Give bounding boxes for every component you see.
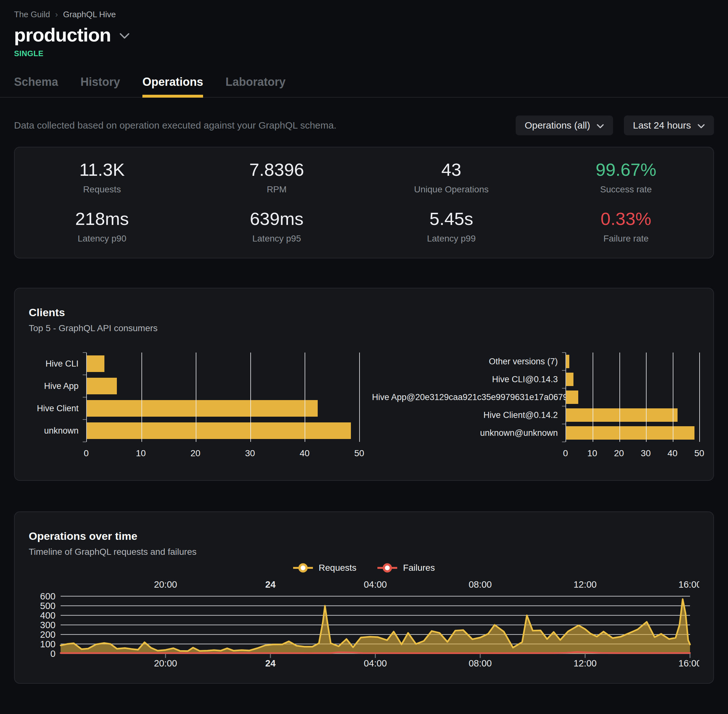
bar-category-label: Hive App xyxy=(29,381,78,391)
stat-label: RPM xyxy=(190,184,364,195)
filters: Operations (all) Last 24 hours xyxy=(516,116,714,135)
axis-tick-mark xyxy=(562,424,566,424)
axis-tick-label: 20 xyxy=(190,448,200,459)
series-area-requests xyxy=(61,599,690,654)
x-axis-tick-label-bottom: 16:00 xyxy=(678,658,699,668)
operations-filter-dropdown[interactable]: Operations (all) xyxy=(516,116,613,135)
axis-tick-label: 10 xyxy=(136,448,146,459)
axis-tick-mark xyxy=(83,441,86,442)
axis-tick-mark xyxy=(83,352,86,353)
tab-history[interactable]: History xyxy=(80,75,120,97)
stat-success-rate: 99.67% Success rate xyxy=(538,160,713,195)
bar-plot xyxy=(86,352,359,442)
stat-unique-operations: 43 Unique Operations xyxy=(364,160,538,195)
clients-card: Clients Top 5 - GraphQL API consumers Hi… xyxy=(14,288,714,481)
legend-marker-icon xyxy=(378,563,397,573)
legend-item: Failures xyxy=(378,563,435,573)
axis-tick-mark xyxy=(562,406,566,406)
legend-label: Requests xyxy=(319,563,356,573)
page-description: Data collected based on operation execut… xyxy=(14,120,337,131)
x-axis-tick-label-bottom: 04:00 xyxy=(364,658,387,668)
bar-category-label: Hive CLI@0.14.3 xyxy=(372,375,558,384)
bar-category-label: Hive Client@0.14.2 xyxy=(372,410,558,420)
breadcrumb-separator-icon: › xyxy=(55,10,58,20)
y-axis-tick-label: 200 xyxy=(40,630,56,640)
operations-over-time-card: Operations over time Timeline of GraphQL… xyxy=(14,512,714,684)
tab-schema[interactable]: Schema xyxy=(14,75,58,97)
breadcrumb-org[interactable]: The Guild xyxy=(14,10,50,20)
bar-category-label: unknown@unknown xyxy=(372,428,558,438)
chevron-down-icon[interactable] xyxy=(119,33,130,41)
axis-tick-mark xyxy=(83,419,86,420)
bar xyxy=(566,355,569,368)
grid-line-vertical xyxy=(699,352,700,442)
operations-filter-label: Operations (all) xyxy=(525,120,590,131)
date-range-dropdown[interactable]: Last 24 hours xyxy=(624,116,714,135)
clients-charts: Hive CLIHive AppHive Clientunknown010203… xyxy=(29,352,699,460)
axis-tick-mark xyxy=(562,388,566,388)
operations-timeline-chart: RequestsFailures010020030040050060020:00… xyxy=(29,563,699,670)
legend-marker-icon xyxy=(293,563,313,573)
axis-tick-mark xyxy=(562,352,566,353)
bar-plot-area: 01020304050 xyxy=(566,352,699,460)
chevron-down-icon xyxy=(697,124,705,129)
timeline-subtitle: Timeline of GraphQL requests and failure… xyxy=(29,547,699,557)
bar xyxy=(87,422,351,439)
x-axis-tick-label-top: 04:00 xyxy=(364,579,387,590)
grid-line-vertical xyxy=(305,352,305,442)
y-axis-tick-label: 500 xyxy=(40,601,56,611)
x-axis-tick-label-top: 08:00 xyxy=(469,579,492,590)
legend-label: Failures xyxy=(403,563,435,573)
target-selector[interactable]: production xyxy=(14,24,714,46)
page-header: The Guild › GraphQL Hive production SING… xyxy=(14,10,714,98)
axis-tick-label: 20 xyxy=(614,448,624,459)
grid-line-vertical xyxy=(141,352,142,442)
bar xyxy=(87,356,104,372)
y-axis-tick-label: 0 xyxy=(50,649,56,659)
bar-plot-area: 01020304050 xyxy=(86,352,359,460)
grid-line-vertical xyxy=(646,352,647,442)
x-axis-tick-label-top: 16:00 xyxy=(678,579,699,590)
y-axis-tick-label: 100 xyxy=(40,639,56,649)
tab-bar: Schema History Operations Laboratory xyxy=(0,75,728,98)
bar xyxy=(566,390,578,404)
stat-latency-p99: 5.45s Latency p99 xyxy=(364,209,538,244)
x-axis-tick-label-top: 20:00 xyxy=(154,579,177,590)
axis-tick-label: 40 xyxy=(668,448,678,459)
bar-plot xyxy=(566,352,699,442)
y-axis-tick-label: 400 xyxy=(40,610,56,621)
bar xyxy=(566,426,695,440)
bar-category-label: unknown xyxy=(29,426,78,436)
stat-value: 639ms xyxy=(190,209,364,228)
stat-label: Requests xyxy=(15,184,190,195)
bar xyxy=(87,400,318,417)
client-versions-bar-chart: Other versions (7)Hive CLI@0.14.3Hive Ap… xyxy=(372,352,699,460)
x-axis-tick-label-bottom: 20:00 xyxy=(154,658,177,668)
bar-category-label: Hive CLI xyxy=(29,359,78,369)
timeline-title: Operations over time xyxy=(29,530,699,542)
bar xyxy=(87,378,117,394)
toolbar: Data collected based on operation execut… xyxy=(14,116,714,135)
timeline-legend: RequestsFailures xyxy=(29,563,699,573)
axis-tick-label: 30 xyxy=(245,448,255,459)
axis-tick-mark xyxy=(562,441,566,442)
page-title: production xyxy=(14,24,111,46)
stat-value: 5.45s xyxy=(364,209,538,228)
grid-line-vertical xyxy=(673,352,673,442)
tab-operations[interactable]: Operations xyxy=(142,75,203,97)
axis-tick-mark xyxy=(83,375,86,375)
bar-category-label: Other versions (7) xyxy=(372,357,558,367)
axis-tick-label: 30 xyxy=(641,448,651,459)
x-axis-tick-label-top: 12:00 xyxy=(573,579,596,590)
stat-value: 0.33% xyxy=(538,209,713,228)
stat-value: 11.3K xyxy=(15,160,190,179)
x-axis-tick-label-bottom: 24 xyxy=(265,658,275,668)
stat-label: Failure rate xyxy=(538,234,713,244)
axis-tick-label: 0 xyxy=(563,448,568,459)
breadcrumb-project[interactable]: GraphQL Hive xyxy=(63,10,116,20)
tab-laboratory[interactable]: Laboratory xyxy=(226,75,286,97)
operations-page: Data collected based on operation execut… xyxy=(14,116,714,684)
bar xyxy=(566,373,573,386)
axis-tick-label: 10 xyxy=(587,448,597,459)
axis-tick-label: 50 xyxy=(694,448,704,459)
